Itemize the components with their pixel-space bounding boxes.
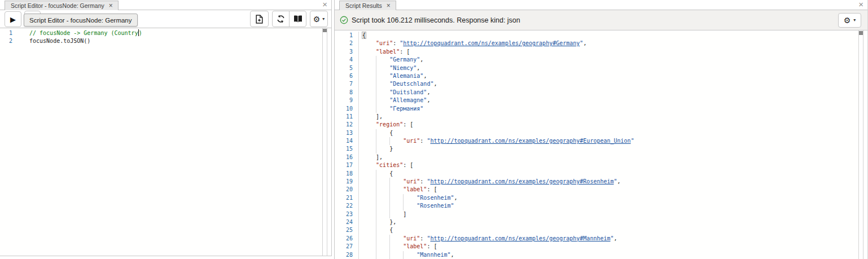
- script-code-editor[interactable]: 1// focusNode -> Germany (Country)2focus…: [0, 28, 322, 256]
- play-icon: ▶: [10, 15, 16, 24]
- book-icon: [293, 15, 303, 23]
- code-text: {: [362, 129, 393, 137]
- line-number: 23: [335, 210, 359, 218]
- new-script-button[interactable]: [250, 11, 269, 27]
- line-number: 10: [335, 105, 359, 113]
- tab-script-results[interactable]: Script Results ×: [339, 1, 396, 11]
- refresh-icon: [277, 15, 285, 23]
- tab-title: Script Results: [345, 2, 382, 9]
- code-line: 24},: [335, 218, 858, 226]
- line-number: 14: [335, 137, 359, 145]
- code-line: 1// focusNode -> Germany (Country): [0, 29, 322, 37]
- line-number: 17: [335, 161, 359, 169]
- code-text: ],: [362, 113, 383, 121]
- panel-close-icon[interactable]: ×: [858, 0, 863, 9]
- code-line: 3"label": [: [335, 48, 858, 56]
- code-line: 25{: [335, 226, 858, 234]
- code-line: 27"label": [: [335, 243, 858, 251]
- code-line: 15}: [335, 145, 858, 153]
- code-line: 2focusNode.toJSON(): [0, 37, 322, 45]
- caret-down-icon: ▾: [322, 17, 325, 21]
- code-line: 5"Niemcy",: [335, 64, 858, 72]
- code-line: 13{: [335, 129, 858, 137]
- code-text: {: [362, 226, 393, 234]
- code-line: 4"Germany",: [335, 56, 858, 64]
- editor-scrollbar[interactable]: [322, 28, 327, 256]
- line-number: 9: [335, 96, 359, 104]
- panel-close-icon[interactable]: ×: [322, 0, 327, 9]
- run-script-button[interactable]: ▶: [5, 11, 21, 27]
- line-number: 2: [335, 39, 359, 47]
- code-text: },: [362, 218, 396, 226]
- code-line: 7"Deutschland",: [335, 80, 858, 88]
- script-editor-panel: Script Editor - focusNode: Germany × × ▶…: [0, 0, 332, 256]
- code-text: focusNode.toJSON(): [29, 37, 90, 45]
- code-line: 10"Германия": [335, 105, 858, 113]
- code-text: "Alemania",: [362, 72, 427, 80]
- code-line: 18{: [335, 170, 858, 178]
- gear-icon: ⚙: [313, 15, 321, 23]
- code-line: 28"Mannheim",: [335, 251, 858, 259]
- code-line: 22"Rosenheim": [335, 202, 858, 210]
- line-number: 7: [335, 80, 359, 88]
- code-text: "Rosenheim",: [362, 194, 458, 202]
- scrollbar-thumb[interactable]: [323, 29, 327, 32]
- line-number: 11: [335, 113, 359, 121]
- line-number: 26: [335, 235, 359, 243]
- tab-close-icon[interactable]: ×: [109, 2, 113, 9]
- code-line: 2"uri": "http://topquadrant.com/ns/examp…: [335, 39, 858, 47]
- tab-title: Script Editor - focusNode: Germany: [11, 2, 104, 9]
- refresh-button[interactable]: [273, 11, 289, 27]
- editor-tab-bar: Script Editor - focusNode: Germany × ×: [0, 0, 331, 10]
- code-line: 17"cities": [: [335, 161, 858, 169]
- caret-down-icon: ▾: [853, 18, 856, 23]
- code-text: }: [362, 145, 393, 153]
- line-number: 16: [335, 153, 359, 161]
- code-text: "Mannheim",: [362, 251, 454, 259]
- line-number: 2: [0, 37, 15, 45]
- line-number: 21: [335, 194, 359, 202]
- code-line: 9"Allemagne",: [335, 96, 858, 104]
- code-text: "region": [: [362, 121, 413, 129]
- tab-close-icon[interactable]: ×: [387, 2, 391, 9]
- code-text: "Niemcy",: [362, 64, 420, 72]
- line-number: 22: [335, 202, 359, 210]
- line-number: 1: [335, 32, 359, 39]
- editor-tooltip: Script Editor - focusNode: Germany: [24, 14, 138, 27]
- tab-script-editor[interactable]: Script Editor - focusNode: Germany ×: [5, 1, 119, 11]
- code-text: "label": [: [362, 48, 410, 56]
- line-number: 3: [335, 48, 359, 56]
- code-text: // focusNode -> Germany (Country): [29, 29, 142, 37]
- results-scrollbar[interactable]: [858, 30, 863, 259]
- line-number: 4: [335, 56, 359, 64]
- code-line: 23]: [335, 210, 858, 218]
- library-button[interactable]: [289, 11, 306, 27]
- file-plus-icon: [256, 15, 263, 24]
- line-number: 27: [335, 243, 359, 251]
- line-number: 6: [335, 72, 359, 80]
- results-tab-bar: Script Results × ×: [335, 0, 867, 10]
- line-number: 18: [335, 170, 359, 178]
- code-text: "Германия": [362, 105, 423, 113]
- line-number: 1: [0, 29, 15, 37]
- code-text: "uri": "http://topquadrant.com/ns/exampl…: [362, 39, 586, 47]
- code-text: "Allemagne",: [362, 96, 430, 104]
- code-line: 19"uri": "http://topquadrant.com/ns/exam…: [335, 178, 858, 186]
- code-text: "Deutschland",: [362, 80, 437, 88]
- code-text: "label": [: [362, 186, 437, 194]
- line-number: 15: [335, 145, 359, 153]
- line-number: 24: [335, 218, 359, 226]
- code-text: "Germany",: [362, 56, 423, 64]
- results-json-viewer[interactable]: 1{2"uri": "http://topquadrant.com/ns/exa…: [335, 30, 858, 259]
- settings-button[interactable]: ⚙ ▾: [310, 11, 328, 27]
- code-text: "Rosenheim": [362, 202, 454, 210]
- results-status-bar: Script took 106.212 milliseconds. Respon…: [335, 10, 867, 30]
- code-text: "label": [: [362, 243, 437, 251]
- line-number: 20: [335, 186, 359, 194]
- check-circle-icon: [340, 16, 348, 24]
- results-settings-button[interactable]: ⚙ ▾: [838, 13, 861, 28]
- code-line: 12"region": [: [335, 121, 858, 129]
- scrollbar-thumb[interactable]: [859, 31, 863, 35]
- script-results-panel: Script Results × × Script took 106.212 m…: [334, 0, 868, 259]
- line-number: 28: [335, 251, 359, 259]
